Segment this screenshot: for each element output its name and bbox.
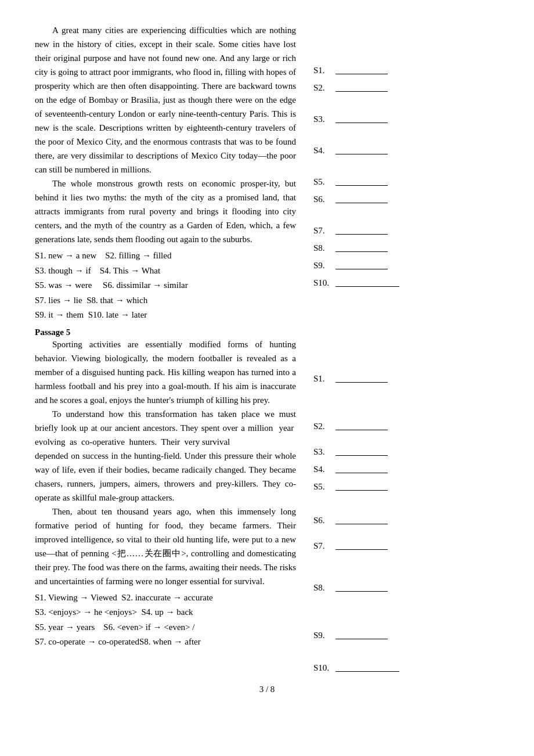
- passage4-section: A great many cities are experiencing dif…: [35, 23, 499, 323]
- slot-line-s8: [335, 251, 388, 252]
- p5-slot-s10: S10.: [313, 656, 418, 673]
- p5-slot-group-8: S8.: [313, 575, 418, 593]
- p5-slot-s5: S5.: [313, 474, 418, 492]
- passage4-para1: A great many cities are experiencing dif…: [35, 23, 296, 177]
- answer-line-2: S3. though → if S4. This → What: [35, 264, 296, 279]
- page-content: A great many cities are experiencing dif…: [35, 23, 499, 694]
- p5-answer-line-2: S3. <enjoys> → he <enjoys> S4. up → back: [35, 605, 296, 620]
- passage5-heading: Passage 5: [35, 327, 70, 337]
- p5-slot-line-s3: [335, 455, 388, 456]
- slot-s8: S8.: [313, 236, 418, 253]
- slot-s6: S6.: [313, 187, 418, 204]
- passage4-text: A great many cities are experiencing dif…: [35, 23, 296, 246]
- p5-slot-s2: S2.: [313, 414, 418, 431]
- passage4-para2: The whole monstrous growth rests on econ…: [35, 177, 296, 246]
- passage5-para4: Then, about ten thousand years ago, when…: [35, 505, 296, 588]
- slot-line-s9: [335, 269, 388, 269]
- slot-group-5: S7. S8. S9. S10.: [313, 218, 418, 288]
- p5-slot-line-s5: [335, 490, 388, 491]
- slot-label-s4: S4.: [313, 146, 334, 156]
- slot-group-4: S5. S6.: [313, 170, 418, 204]
- answer-line-3: S5. was → were S6. dissimilar → similar: [35, 278, 296, 293]
- p5-slot-label-s5: S5.: [313, 482, 334, 492]
- slot-line-s2: [335, 91, 388, 92]
- p5-slot-label-s2: S2.: [313, 422, 334, 431]
- p5-slot-line-s4: [335, 473, 388, 473]
- p5-slot-line-s8: [335, 591, 388, 592]
- passage4-left: A great many cities are experiencing dif…: [35, 23, 302, 323]
- p5-slot-line-s6: [335, 524, 388, 524]
- p5-slot-label-s10: S10.: [313, 663, 334, 673]
- p5-slot-label-s1: S1.: [313, 374, 334, 384]
- p5-answer-line-4: S7. co-operate → co-operatedS8. when → a…: [35, 635, 296, 650]
- slot-line-s7: [335, 234, 388, 235]
- p5-slot-label-s4: S4.: [313, 465, 334, 474]
- passage5-left: Sporting activities are essentially modi…: [35, 337, 302, 673]
- passage5-para3: depended on success in the hunting-field…: [35, 449, 296, 505]
- p5-slot-label-s8: S8.: [313, 583, 334, 593]
- slot-line-s5: [335, 185, 388, 186]
- answer-line-5: S9. it → them S10. late → later: [35, 308, 296, 323]
- passage5-heading-container: Passage 5: [35, 327, 499, 337]
- p5-slot-group-1: S1.: [313, 366, 418, 384]
- answer-line-4: S7. lies → lie S8. that → which: [35, 293, 296, 308]
- p5-answer-line-3: S5. year → years S6. <even> if → <even> …: [35, 620, 296, 635]
- passage5-para1: Sporting activities are essentially modi…: [35, 337, 296, 407]
- answer-line-1: S1. new → a new S2. filling → filled: [35, 249, 296, 264]
- page-number-text: 3 / 8: [259, 685, 275, 694]
- p5-slot-s9: S9.: [313, 623, 418, 640]
- slot-label-s2: S2.: [313, 83, 334, 93]
- passage4-slots: S1. S2. S3. S4.: [302, 23, 418, 323]
- slot-s3: S3.: [313, 107, 418, 124]
- slot-group-1: S1. S2.: [313, 58, 418, 93]
- p5-answer-line-1: S1. Viewing → Viewed S2. inaccurate → ac…: [35, 591, 296, 606]
- slot-label-s5: S5.: [313, 177, 334, 187]
- slot-label-s10: S10.: [313, 278, 334, 288]
- slot-s7: S7.: [313, 218, 418, 236]
- p5-slot-s3: S3.: [313, 440, 418, 457]
- p5-slot-s6: S6.: [313, 508, 418, 525]
- p5-slot-s7: S7.: [313, 534, 418, 551]
- p5-slot-line-s9: [335, 639, 388, 639]
- slot-s5: S5.: [313, 170, 418, 187]
- passage5-section: Sporting activities are essentially modi…: [35, 337, 499, 673]
- passage5-slots: S1. S2. S3. S4.: [302, 337, 418, 673]
- p5-slot-label-s3: S3.: [313, 447, 334, 457]
- p5-slot-s4: S4.: [313, 457, 418, 474]
- p5-slot-s8: S8.: [313, 575, 418, 593]
- passage4-answers: S1. new → a new S2. filling → filled S3.…: [35, 249, 296, 323]
- p5-slot-group-3: S3. S4. S5.: [313, 440, 418, 492]
- slot-label-s1: S1.: [313, 66, 334, 75]
- slot-s4: S4.: [313, 138, 418, 156]
- slot-line-s1: [335, 74, 388, 74]
- slot-s1: S1.: [313, 58, 418, 75]
- passage5-para2: To understand how this transformation ha…: [35, 407, 296, 449]
- slot-label-s9: S9.: [313, 261, 334, 271]
- p5-slot-group-2: S2.: [313, 414, 418, 431]
- slot-line-s3: [335, 123, 388, 123]
- slot-label-s3: S3.: [313, 114, 334, 124]
- slot-s2: S2.: [313, 75, 418, 93]
- p5-slot-line-s7: [335, 549, 388, 550]
- slot-line-s4: [335, 154, 388, 154]
- p5-slot-label-s9: S9.: [313, 631, 334, 640]
- slot-group-3: S4.: [313, 138, 418, 156]
- slot-group-2: S3.: [313, 107, 418, 124]
- slot-label-s6: S6.: [313, 195, 334, 204]
- slot-line-s6: [335, 203, 388, 203]
- slot-label-s8: S8.: [313, 243, 334, 253]
- slot-label-s7: S7.: [313, 226, 334, 236]
- slot-s9: S9.: [313, 253, 418, 271]
- p5-slot-label-s6: S6.: [313, 516, 334, 525]
- p5-slot-line-s2: [335, 430, 388, 430]
- p5-slot-group-7: S7.: [313, 534, 418, 551]
- p5-slot-s1: S1.: [313, 366, 418, 384]
- passage5-answers: S1. Viewing → Viewed S2. inaccurate → ac…: [35, 591, 296, 650]
- p5-slot-group-10: S10.: [313, 656, 418, 673]
- p5-slot-line-s10: [335, 671, 399, 672]
- p5-slot-label-s7: S7.: [313, 541, 334, 551]
- passage5-text: Sporting activities are essentially modi…: [35, 337, 296, 588]
- slot-s10: S10.: [313, 271, 418, 288]
- slot-line-s10: [335, 286, 399, 287]
- p5-slot-group-9: S9.: [313, 623, 418, 640]
